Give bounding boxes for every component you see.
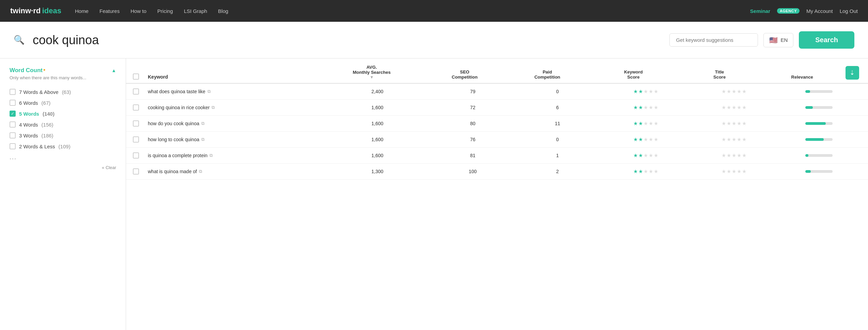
- nav-home[interactable]: Home: [75, 8, 89, 14]
- filter-clear[interactable]: « Clear: [10, 165, 116, 170]
- title-star-0: ★: [722, 152, 726, 159]
- logo-rd: rd: [33, 6, 41, 15]
- filter-7-words[interactable]: 7 Words & Above (63): [10, 86, 116, 97]
- title-star-2: ★: [732, 152, 736, 159]
- title-star-3: ★: [737, 136, 741, 143]
- filter-4-words-count: (156): [42, 122, 53, 128]
- keyword-star-2: ★: [644, 136, 648, 143]
- relevance-bar-container-4: [776, 154, 861, 157]
- nav-lsi-graph[interactable]: LSI Graph: [184, 8, 207, 14]
- row-select-5[interactable]: [133, 168, 139, 175]
- row-select-3[interactable]: [133, 136, 139, 143]
- nav-features[interactable]: Features: [99, 8, 120, 14]
- agency-badge: AGENCY: [777, 8, 800, 14]
- relevance-bar-fill-0: [805, 90, 810, 93]
- external-link-icon-0[interactable]: ⧉: [207, 89, 211, 94]
- filter-6-words-checkbox[interactable]: [10, 100, 16, 106]
- filter-2-words-checkbox[interactable]: [10, 143, 16, 149]
- row-checkbox-5[interactable]: [133, 168, 146, 175]
- filter-3-words-count: (186): [42, 133, 53, 138]
- filter-7-words-checkbox[interactable]: [10, 89, 16, 95]
- th-seo-competition[interactable]: SEOCompetition: [423, 69, 506, 80]
- nav-pricing[interactable]: Pricing: [157, 8, 173, 14]
- keyword-star-1: ★: [638, 136, 643, 143]
- filter-3-words-checkbox[interactable]: [10, 132, 16, 138]
- table-area: Keyword AVG.Monthly Searches ▼ SEOCompet…: [126, 59, 868, 330]
- keyword-star-1: ★: [638, 152, 643, 159]
- filter-6-words[interactable]: 6 Words (67): [10, 97, 116, 108]
- search-button[interactable]: Search: [799, 31, 854, 49]
- row-seo-5: 100: [430, 169, 515, 174]
- row-checkbox-1[interactable]: [133, 104, 146, 111]
- nav-seminar[interactable]: Seminar: [750, 8, 770, 14]
- chevron-up-icon[interactable]: ▲: [111, 68, 116, 73]
- filter-more[interactable]: ...: [10, 154, 116, 161]
- filter-5-words[interactable]: 5 Words (140): [10, 108, 116, 119]
- main-keyword-input[interactable]: [33, 33, 664, 47]
- filter-4-words[interactable]: 4 Words (156): [10, 119, 116, 130]
- row-keyword-score-2: ★★★★★: [600, 120, 692, 127]
- row-checkbox-3[interactable]: [133, 136, 146, 143]
- title-star-0: ★: [722, 168, 726, 175]
- row-select-2[interactable]: [133, 120, 139, 127]
- th-relevance[interactable]: Relevance: [761, 75, 843, 80]
- filter-4-words-checkbox[interactable]: [10, 121, 16, 128]
- external-link-icon-2[interactable]: ⧉: [201, 121, 204, 126]
- row-seo-4: 81: [430, 153, 515, 158]
- filter-5-words-count: (140): [43, 111, 55, 117]
- filter-5-words-label: 5 Words: [19, 111, 39, 117]
- external-link-icon-4[interactable]: ⧉: [210, 153, 213, 158]
- filter-5-words-checkbox[interactable]: [10, 111, 16, 117]
- keyword-star-3: ★: [649, 120, 653, 127]
- nav-log-out[interactable]: Log Out: [840, 8, 858, 14]
- nav-blog[interactable]: Blog: [218, 8, 228, 14]
- row-keyword-score-0: ★★★★★: [600, 88, 692, 95]
- row-checkbox-4[interactable]: [133, 152, 146, 159]
- keyword-suggest-input[interactable]: [669, 33, 758, 47]
- filter-6-words-label: 6 Words: [19, 100, 38, 106]
- row-checkbox-2[interactable]: [133, 120, 146, 127]
- row-select-1[interactable]: [133, 104, 139, 111]
- row-paid-2: 11: [515, 121, 600, 126]
- filter-2-words-count: (109): [59, 144, 71, 149]
- th-avg-monthly[interactable]: AVG.Monthly Searches ▼: [320, 65, 423, 80]
- row-select-4[interactable]: [133, 152, 139, 159]
- nav-my-account[interactable]: My Account: [806, 8, 833, 14]
- table-rows: what does quinoa taste like ⧉ 2,400 79 0…: [126, 84, 868, 180]
- language-selector[interactable]: 🇺🇸 EN: [763, 33, 793, 47]
- keyword-star-0: ★: [633, 152, 638, 159]
- keyword-star-0: ★: [633, 88, 638, 95]
- flag-icon: 🇺🇸: [769, 36, 778, 44]
- title-star-1: ★: [727, 152, 731, 159]
- row-avg-2: 1,600: [324, 121, 430, 126]
- filter-7-words-label: 7 Words & Above: [19, 89, 59, 95]
- nav-howto[interactable]: How to: [130, 8, 146, 14]
- external-link-icon-5[interactable]: ⧉: [199, 169, 202, 174]
- row-select-0[interactable]: [133, 88, 139, 95]
- download-button[interactable]: ⇣: [846, 66, 859, 80]
- th-paid-competition[interactable]: PaidCompetition: [506, 69, 589, 80]
- relevance-bar-wrap-3: [805, 138, 833, 141]
- keyword-star-4: ★: [654, 120, 658, 127]
- relevance-bar-container-5: [776, 170, 861, 173]
- row-checkbox-0[interactable]: [133, 88, 146, 95]
- select-all-checkbox[interactable]: [133, 73, 139, 80]
- filter-3-words-label: 3 Words: [19, 133, 38, 138]
- filter-3-words[interactable]: 3 Words (186): [10, 130, 116, 141]
- row-title-score-2: ★★★★★: [692, 120, 776, 127]
- row-avg-5: 1,300: [324, 169, 430, 174]
- title-star-1: ★: [727, 136, 731, 143]
- title-stars-3: ★★★★★: [722, 136, 746, 143]
- th-select-all[interactable]: [133, 73, 146, 80]
- row-relevance-5: [776, 170, 861, 173]
- logo[interactable]: twinw·rd ideas: [10, 6, 61, 15]
- keyword-text-0: what does quinoa taste like: [148, 89, 205, 94]
- filter-2-words[interactable]: 2 Words & Less (109): [10, 141, 116, 152]
- th-title-score[interactable]: TitleScore: [678, 69, 761, 80]
- relevance-bar-wrap-1: [805, 106, 833, 109]
- keyword-star-3: ★: [649, 88, 653, 95]
- th-keyword-score[interactable]: KeywordScore: [589, 69, 678, 80]
- external-link-icon-3[interactable]: ⧉: [201, 137, 204, 142]
- row-relevance-3: [776, 138, 861, 141]
- external-link-icon-1[interactable]: ⧉: [212, 105, 215, 110]
